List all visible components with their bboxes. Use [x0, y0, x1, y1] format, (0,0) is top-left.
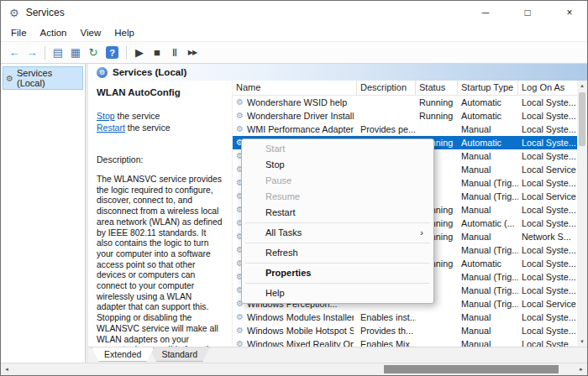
scroll-right-icon[interactable]: ► — [575, 367, 587, 372]
service-startup-cell: Manual — [458, 324, 518, 337]
service-gear-icon: ⚙ — [236, 324, 244, 337]
context-menu-item-label: Resume — [265, 191, 300, 201]
context-menu-item-label: Refresh — [265, 248, 298, 258]
menu-file[interactable]: File — [4, 26, 34, 39]
service-logon-cell: Local Syste... — [518, 257, 577, 270]
service-row[interactable]: ⚙Windows Mixed Reality Op...Enables Mix.… — [233, 337, 577, 347]
forward-icon[interactable]: → — [24, 44, 40, 61]
minimize-button[interactable]: ─ — [468, 1, 503, 24]
stop-service-icon[interactable]: ■ — [149, 44, 165, 61]
service-logon-cell: Local Syste... — [518, 217, 577, 230]
maximize-button[interactable]: □ — [510, 1, 545, 24]
vertical-scroll-thumb[interactable] — [579, 92, 585, 146]
service-startup-cell: Automatic — [458, 109, 518, 123]
restart-service-link[interactable]: Restart — [97, 123, 125, 133]
context-menu-item-resume: Resume — [244, 189, 432, 205]
context-menu-item-properties[interactable]: Properties — [244, 265, 432, 281]
start-service-icon[interactable]: ▶ — [131, 44, 148, 61]
context-menu-item-label: Start — [265, 144, 285, 154]
service-startup-cell: Manual — [458, 149, 518, 163]
menu-view[interactable]: View — [74, 26, 108, 39]
toolbar-separator — [45, 46, 45, 60]
service-logon-cell: Network S... — [518, 230, 577, 243]
horizontal-scrollbar[interactable]: ◄ ► — [1, 363, 587, 375]
context-menu-item-all-tasks[interactable]: All Tasks› — [244, 225, 432, 241]
back-icon[interactable]: ← — [6, 44, 23, 61]
context-menu-item-refresh[interactable]: Refresh — [244, 245, 432, 261]
context-menu-item-label: Help — [265, 288, 285, 298]
context-menu-item-stop[interactable]: Stop — [244, 157, 432, 173]
scroll-up-icon[interactable]: ▲ — [577, 81, 587, 91]
service-name: Wondershare WSID help — [247, 96, 347, 109]
menu-action[interactable]: Action — [34, 26, 74, 39]
service-row[interactable]: ⚙Wondershare Driver Install S...RunningA… — [233, 109, 577, 123]
service-name: Windows Modules Installer — [247, 311, 354, 324]
context-menu-item-pause: Pause — [244, 173, 432, 189]
service-gear-icon: ⚙ — [236, 109, 244, 123]
context-menu-item-label: Pause — [265, 175, 291, 185]
services-app-icon: ⚙ — [9, 7, 19, 19]
export-list-icon[interactable]: ▦ — [67, 44, 84, 61]
scroll-down-icon[interactable]: ▼ — [577, 337, 587, 347]
service-name-cell: ⚙WMI Performance Adapter — [233, 123, 357, 136]
horizontal-scroll-track[interactable] — [13, 363, 575, 375]
service-logon-cell: Local Syste... — [518, 123, 577, 136]
close-button[interactable]: × — [552, 1, 587, 24]
service-logon-cell: Local Service — [518, 297, 577, 311]
service-row[interactable]: ⚙Windows Mobile Hotspot S...Provides th.… — [233, 324, 577, 337]
column-header-log-on-as[interactable]: Log On As — [518, 81, 577, 95]
service-startup-cell: Automatic — [458, 257, 518, 270]
restart-service-icon[interactable]: ▶▶ — [184, 44, 201, 61]
selected-service-title: WLAN AutoConfig — [97, 87, 223, 97]
column-header-status[interactable]: Status — [416, 81, 458, 95]
vertical-scrollbar[interactable]: ▲ ▼ — [577, 81, 587, 347]
refresh-icon[interactable]: ↻ — [85, 44, 102, 61]
service-row[interactable]: ⚙WMI Performance AdapterProvides pe...Ma… — [233, 123, 577, 136]
column-header-description[interactable]: Description — [357, 81, 416, 95]
vertical-scroll-track[interactable] — [577, 91, 587, 337]
context-menu: StartStopPauseResumeRestartAll Tasks›Ref… — [241, 138, 434, 304]
service-row[interactable]: ⚙Wondershare WSID helpRunningAutomaticLo… — [233, 96, 577, 109]
column-header-name[interactable]: Name — [233, 81, 357, 95]
service-startup-cell: Manual (Trig... — [458, 243, 518, 257]
context-menu-item-restart[interactable]: Restart — [244, 205, 432, 221]
pause-service-icon[interactable]: Ⅱ — [166, 44, 183, 61]
service-name-cell: ⚙Wondershare Driver Install S... — [233, 109, 357, 123]
service-logon-cell: Local Syste... — [518, 149, 577, 163]
submenu-arrow-icon: › — [420, 225, 423, 241]
window-title: Services — [26, 7, 65, 18]
context-menu-separator — [245, 263, 430, 264]
service-logon-cell: Local Syste... — [518, 176, 577, 190]
service-status-cell: Running — [416, 96, 458, 109]
service-logon-cell: Local Syste... — [518, 243, 577, 257]
service-description-cell: Enables Mix... — [357, 337, 416, 347]
service-name: WMI Performance Adapter — [247, 123, 354, 136]
service-description-cell — [357, 109, 416, 123]
service-name-cell: ⚙Windows Mixed Reality Op... — [233, 337, 357, 347]
service-name-cell: ⚙Wondershare WSID help — [233, 96, 357, 109]
scroll-left-icon[interactable]: ◄ — [1, 367, 13, 372]
tab-extended[interactable]: Extended — [92, 347, 154, 362]
tree-item-services-local[interactable]: ⚙ Services (Local) — [3, 66, 83, 90]
service-status-cell — [416, 311, 458, 324]
horizontal-scroll-thumb[interactable] — [384, 365, 559, 373]
context-menu-item-label: Restart — [265, 207, 295, 217]
column-header-startup-type[interactable]: Startup Type — [458, 81, 518, 95]
show-console-tree-icon[interactable]: ▤ — [50, 44, 66, 61]
menu-help[interactable]: Help — [108, 26, 141, 39]
context-menu-item-help[interactable]: Help — [244, 285, 432, 301]
stop-service-link[interactable]: Stop — [97, 111, 115, 121]
service-logon-cell: Local Syste... — [518, 96, 577, 109]
service-row[interactable]: ⚙Windows Modules InstallerEnables inst..… — [233, 311, 577, 324]
service-status-cell — [416, 123, 458, 136]
service-startup-cell: Manual — [458, 337, 518, 347]
context-menu-item-start: Start — [244, 141, 432, 157]
help-icon[interactable]: ? — [106, 46, 118, 59]
service-name-cell: ⚙Windows Mobile Hotspot S... — [233, 324, 357, 337]
service-startup-cell: Automatic — [458, 136, 518, 149]
tab-standard[interactable]: Standard — [149, 347, 210, 362]
service-name: Windows Mixed Reality Op... — [247, 337, 354, 347]
restart-link-suffix: the service — [125, 123, 171, 133]
toolbar-separator — [126, 46, 127, 60]
services-banner-icon: ⚙ — [97, 67, 108, 78]
